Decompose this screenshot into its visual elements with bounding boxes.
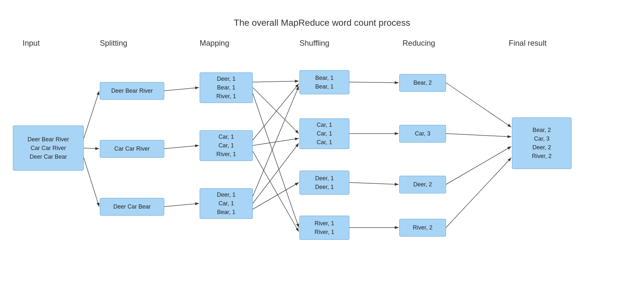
box-shuffle-deer: Deer, 1 Deer, 1 [299, 171, 349, 195]
box-map3: Deer, 1 Car, 1 Bear, 1 [200, 188, 253, 219]
box-reduce-car: Car, 3 [399, 125, 446, 143]
box-shuffle-bear: Bear, 1 Bear, 1 [299, 70, 349, 94]
box-reduce-deer: Deer, 2 [399, 176, 446, 193]
label-final: Final result [509, 39, 546, 48]
svg-line-7 [253, 81, 299, 82]
box-reduce-bear: Bear, 2 [399, 74, 446, 92]
svg-line-13 [253, 86, 299, 196]
svg-line-2 [84, 148, 99, 149]
svg-line-9 [253, 93, 299, 228]
svg-line-5 [164, 145, 199, 149]
svg-line-1 [84, 91, 99, 138]
box-shuffle-car: Car, 1 Car, 1 Car, 1 [299, 118, 349, 149]
label-reducing: Reducing [402, 39, 435, 48]
box-shuffle-river: River, 1 River, 1 [299, 216, 349, 240]
box-final: Bear, 2 Car, 3 Deer, 2 River, 2 [512, 117, 572, 169]
svg-line-11 [253, 138, 299, 145]
box-map1: Deer, 1 Bear, 1 River, 1 [200, 72, 253, 103]
page-title: The overall MapReduce word count process [0, 18, 644, 28]
label-mapping: Mapping [200, 39, 229, 48]
svg-line-20 [446, 83, 511, 127]
label-input: Input [23, 39, 40, 48]
box-map2: Car, 1 Car, 1 River, 1 [200, 130, 253, 161]
box-split2: Car Car River [100, 140, 164, 158]
label-shuffling: Shuffling [299, 39, 329, 48]
box-split3: Deer Car Bear [100, 198, 164, 216]
svg-line-4 [164, 88, 199, 91]
svg-line-15 [253, 182, 299, 209]
svg-line-21 [446, 134, 511, 137]
svg-line-23 [446, 158, 511, 228]
box-input: Deer Bear River Car Car River Deer Car B… [13, 126, 84, 171]
svg-line-22 [446, 146, 511, 184]
box-reduce-river: River, 2 [399, 219, 446, 237]
svg-line-18 [349, 182, 399, 184]
svg-line-3 [84, 158, 99, 207]
svg-line-16 [349, 82, 399, 83]
svg-line-12 [253, 151, 299, 232]
svg-line-10 [253, 84, 299, 140]
box-split1: Deer Bear River [100, 82, 164, 100]
svg-line-14 [253, 143, 299, 203]
label-splitting: Splitting [100, 39, 127, 48]
svg-line-6 [164, 203, 199, 207]
svg-line-8 [253, 88, 299, 134]
